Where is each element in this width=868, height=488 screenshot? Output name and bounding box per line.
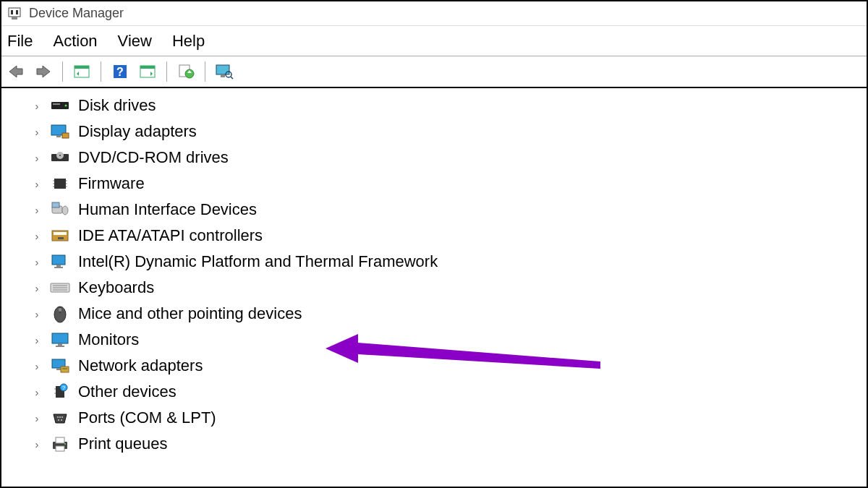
chevron-right-icon[interactable]: › [30, 256, 43, 268]
svg-rect-18 [221, 74, 225, 77]
port-icon [49, 409, 71, 427]
tree-item-hid[interactable]: › Human Interface Devices [30, 197, 867, 223]
refresh-button[interactable] [176, 61, 196, 82]
tree-item-display-adapters[interactable]: › Display adapters [30, 119, 867, 145]
tree-item-firmware[interactable]: › Firmware [30, 171, 867, 197]
svg-point-69 [61, 419, 62, 421]
svg-line-20 [231, 77, 233, 79]
intel-icon [49, 253, 71, 270]
svg-rect-2 [16, 10, 18, 14]
svg-rect-52 [59, 308, 61, 312]
dvd-drive-icon [49, 149, 71, 166]
chevron-right-icon[interactable]: › [30, 178, 43, 190]
menu-help[interactable]: Help [172, 32, 205, 51]
svg-rect-57 [56, 368, 61, 370]
svg-point-65 [57, 416, 59, 418]
toolbar-separator [62, 61, 63, 82]
svg-point-23 [65, 105, 67, 107]
svg-rect-58 [61, 367, 69, 372]
back-button[interactable] [6, 61, 26, 82]
menu-view[interactable]: View [118, 32, 152, 51]
tree-item-other[interactable]: › ? Other devices [30, 379, 867, 405]
svg-rect-3 [12, 17, 17, 20]
keyboard-icon [49, 279, 71, 296]
svg-rect-72 [56, 446, 64, 451]
chevron-right-icon[interactable]: › [30, 308, 43, 320]
tree-item-mice[interactable]: › Mice and other pointing devices [30, 301, 867, 327]
device-tree: › Disk drives › Display adapters › DVD/C… [1, 88, 867, 461]
disk-drive-icon [49, 97, 71, 114]
properties-button[interactable] [72, 61, 92, 82]
svg-point-29 [59, 155, 61, 156]
monitor-device-icon [49, 331, 71, 348]
tree-item-intel[interactable]: › Intel(R) Dynamic Platform and Thermal … [30, 249, 867, 275]
svg-rect-7 [75, 66, 89, 69]
view-button[interactable] [214, 61, 234, 82]
chevron-right-icon[interactable]: › [30, 204, 43, 216]
chevron-right-icon[interactable]: › [30, 152, 43, 164]
chevron-right-icon[interactable]: › [30, 100, 43, 112]
title-bar: Device Manager [1, 1, 867, 26]
chevron-right-icon[interactable]: › [30, 360, 43, 372]
svg-marker-5 [37, 66, 50, 77]
mouse-icon [49, 305, 71, 322]
svg-rect-71 [56, 437, 64, 443]
toolbar: ? [1, 56, 867, 88]
tree-item-dvd-drives[interactable]: › DVD/CD-ROM drives [30, 145, 867, 171]
tree-item-label: Display adapters [78, 122, 197, 141]
tree-item-ports[interactable]: › Ports (COM & LPT) [30, 405, 867, 431]
hid-icon [49, 201, 71, 218]
svg-rect-45 [54, 267, 63, 268]
svg-rect-54 [58, 343, 62, 346]
tree-item-label: Keyboards [78, 278, 154, 297]
tree-item-network[interactable]: › Network adapters [30, 353, 867, 379]
ide-icon [49, 227, 71, 244]
toolbar-separator [166, 61, 167, 82]
menu-action[interactable]: Action [53, 32, 97, 51]
tree-item-disk-drives[interactable]: › Disk drives [30, 93, 867, 119]
tree-item-label: Network adapters [78, 356, 203, 375]
tree-item-label: Ports (COM & LPT) [78, 408, 216, 427]
help-button[interactable]: ? [110, 61, 130, 82]
svg-rect-53 [52, 333, 68, 343]
tree-item-label: Firmware [78, 174, 145, 193]
toolbar-separator [101, 61, 101, 82]
window-title: Device Manager [29, 6, 124, 21]
menu-file[interactable]: File [7, 32, 33, 51]
chevron-right-icon[interactable]: › [30, 230, 43, 242]
chevron-right-icon[interactable]: › [30, 282, 43, 294]
tree-item-print[interactable]: › Print queues [30, 431, 867, 457]
svg-point-68 [58, 419, 59, 421]
chevron-right-icon[interactable]: › [30, 412, 43, 424]
tree-item-label: DVD/CD-ROM drives [78, 148, 229, 167]
svg-marker-4 [9, 66, 22, 77]
tree-item-label: Monitors [78, 330, 139, 349]
tree-item-monitors[interactable]: › Monitors [30, 327, 867, 353]
tree-item-label: Mice and other pointing devices [78, 304, 302, 323]
svg-rect-22 [53, 103, 60, 105]
svg-point-73 [64, 443, 66, 445]
toolbar-separator [205, 61, 205, 82]
svg-rect-30 [54, 179, 66, 189]
menu-bar: File Action View Help [1, 26, 867, 56]
svg-rect-1 [11, 10, 13, 14]
chevron-right-icon[interactable]: › [30, 386, 43, 398]
chevron-right-icon[interactable]: › [30, 126, 43, 138]
svg-point-67 [61, 416, 63, 418]
tree-item-label: Other devices [78, 382, 176, 401]
svg-rect-12 [140, 66, 155, 69]
svg-rect-39 [52, 202, 59, 207]
scan-button[interactable] [137, 61, 158, 82]
svg-point-66 [59, 416, 61, 418]
tree-item-keyboards[interactable]: › Keyboards [30, 275, 867, 301]
network-icon [49, 357, 71, 374]
chevron-right-icon[interactable]: › [30, 438, 43, 450]
display-adapter-icon [49, 123, 71, 140]
tree-item-ide[interactable]: › IDE ATA/ATAPI controllers [30, 223, 867, 249]
svg-point-38 [62, 206, 68, 215]
svg-rect-25 [56, 135, 61, 137]
chevron-right-icon[interactable]: › [30, 334, 43, 346]
tree-item-label: IDE ATA/ATAPI controllers [78, 226, 263, 245]
forward-button[interactable] [33, 61, 54, 82]
svg-rect-17 [216, 65, 229, 74]
